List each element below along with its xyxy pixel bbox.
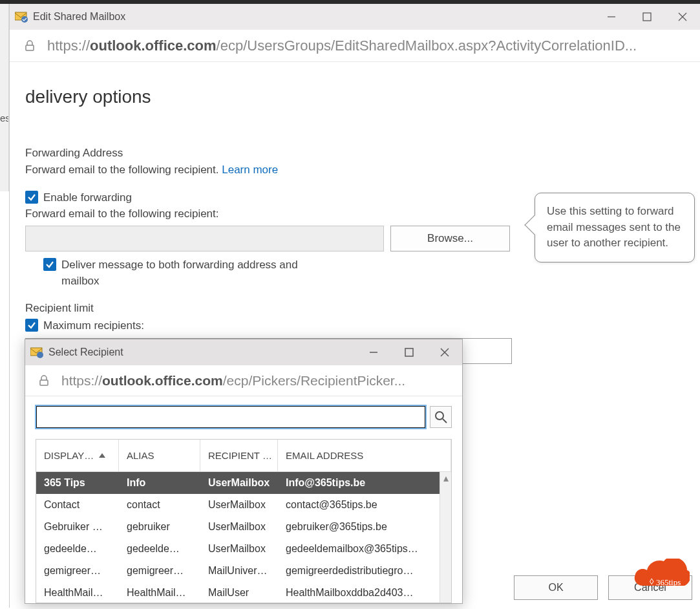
recipient-limit-label: Recipient limit	[25, 300, 687, 317]
table-cell: MailUniver…	[200, 565, 278, 577]
table-cell: gemigreer…	[119, 565, 200, 577]
table-row[interactable]: 365 TipsInfoUserMailboxInfo@365tips.be	[36, 472, 451, 494]
table-cell: MailUser	[200, 587, 278, 599]
picker-title: Select Recipient	[48, 347, 123, 358]
lock-icon	[24, 40, 36, 52]
picker-url-text[interactable]: https://outlook.office.com/ecp/Pickers/R…	[61, 373, 405, 389]
table-cell: gemigreerdedistributiegro…	[278, 565, 451, 577]
picker-titlebar: Select Recipient	[25, 339, 462, 365]
table-cell: HealthMailboxddba2d403…	[278, 587, 451, 599]
svg-text:◊: ◊	[650, 577, 654, 586]
table-cell: gedeelde…	[36, 543, 119, 555]
table-cell: HealthMail…	[36, 587, 119, 599]
window-controls	[593, 4, 700, 30]
picker-url-bar: https://outlook.office.com/ecp/Pickers/R…	[25, 365, 462, 396]
search-button[interactable]	[430, 406, 452, 428]
recipient-picker-dialog: Select Recipient https://outlook.office.…	[25, 339, 463, 604]
forwarding-recipient-input[interactable]	[25, 226, 384, 251]
table-cell: Gebruiker …	[36, 521, 119, 533]
table-cell: gebruiker@365tips.be	[278, 521, 451, 533]
svg-rect-13	[40, 380, 48, 385]
forwarding-address-label: Forwarding Address	[25, 145, 687, 162]
365tips-badge: ◊ 365tips	[631, 559, 690, 595]
minimize-button[interactable]	[593, 4, 629, 30]
picker-search-input[interactable]	[36, 405, 426, 429]
svg-rect-3	[643, 13, 651, 21]
svg-text:365tips: 365tips	[656, 577, 681, 587]
picker-close-button[interactable]	[427, 339, 462, 365]
left-sliver: es	[0, 4, 9, 191]
column-display-name[interactable]: DISPLAY…	[36, 440, 119, 471]
checkbox-checked-icon[interactable]	[43, 258, 56, 271]
table-row[interactable]: ContactcontactUserMailboxcontact@365tips…	[36, 494, 451, 516]
window-title: Edit Shared Mailbox	[33, 11, 125, 23]
table-row[interactable]: gedeelde…gedeelde…UserMailboxgedeeldemai…	[36, 538, 451, 560]
table-row[interactable]: HealthMail…HealthMail…MailUserHealthMail…	[36, 582, 451, 603]
table-header: DISPLAY… ALIAS RECIPIENT … EMAIL ADDRESS	[36, 440, 451, 472]
page-title: delivery options	[25, 87, 687, 107]
forwarding-tooltip: Use this setting to forward email messag…	[535, 193, 695, 262]
table-cell: Info	[119, 477, 200, 489]
picker-minimize-button[interactable]	[355, 339, 391, 365]
browse-button[interactable]: Browse...	[390, 226, 510, 251]
main-titlebar: Edit Shared Mailbox	[10, 4, 700, 30]
column-alias[interactable]: ALIAS	[119, 440, 200, 471]
table-cell: contact@365tips.be	[278, 499, 451, 511]
scrollbar[interactable]: ▴	[440, 472, 451, 603]
table-cell: gedeelde…	[119, 543, 200, 555]
table-cell: UserMailbox	[200, 477, 278, 489]
table-cell: UserMailbox	[200, 521, 278, 533]
close-button[interactable]	[664, 4, 700, 30]
table-cell: Info@365tips.be	[278, 477, 451, 489]
table-cell: Contact	[36, 499, 119, 511]
learn-more-link[interactable]: Learn more	[222, 164, 278, 176]
table-cell: gemigreer…	[36, 565, 119, 577]
table-cell: gedeeldemailbox@365tips…	[278, 543, 451, 555]
table-body: ▴ 365 TipsInfoUserMailboxInfo@365tips.be…	[36, 472, 451, 603]
checkbox-checked-icon[interactable]	[25, 319, 38, 332]
table-cell: UserMailbox	[200, 499, 278, 511]
table-cell: HealthMail…	[119, 587, 200, 599]
max-recipients-label: Maximum recipients:	[43, 317, 144, 334]
app-icon	[15, 11, 28, 23]
svg-point-14	[436, 412, 443, 420]
forwarding-description: Forward email to the following recipient…	[25, 162, 687, 178]
table-cell: 365 Tips	[36, 477, 119, 489]
scroll-up-icon[interactable]: ▴	[440, 472, 451, 484]
column-email[interactable]: EMAIL ADDRESS	[278, 440, 451, 471]
svg-point-8	[37, 352, 43, 358]
url-bar: https://outlook.office.com/ecp/UsersGrou…	[10, 30, 700, 62]
app-icon	[30, 347, 43, 358]
column-recipient-type[interactable]: RECIPIENT …	[200, 440, 278, 471]
table-cell: contact	[119, 499, 200, 511]
max-recipients-row[interactable]: Maximum recipients:	[25, 317, 687, 334]
table-row[interactable]: gemigreer…gemigreer…MailUniver…gemigreer…	[36, 560, 451, 582]
enable-forwarding-label: Enable forwarding	[43, 189, 132, 206]
table-row[interactable]: Gebruiker …gebruikerUserMailboxgebruiker…	[36, 516, 451, 538]
svg-rect-6	[26, 45, 34, 50]
ok-button[interactable]: OK	[514, 575, 598, 600]
deliver-both-label: Deliver message to both forwarding addre…	[61, 257, 320, 290]
maximize-button[interactable]	[629, 4, 664, 30]
url-text[interactable]: https://outlook.office.com/ecp/UsersGrou…	[47, 37, 637, 54]
lock-icon	[38, 375, 50, 387]
table-cell: gebruiker	[119, 521, 200, 533]
svg-rect-10	[405, 348, 413, 356]
content-area: delivery options Forwarding Address Forw…	[10, 62, 700, 377]
picker-maximize-button[interactable]	[391, 339, 427, 365]
sort-asc-icon	[99, 453, 105, 458]
checkbox-checked-icon[interactable]	[25, 191, 38, 204]
svg-line-15	[443, 419, 447, 423]
table-cell: UserMailbox	[200, 543, 278, 555]
svg-point-1	[21, 16, 28, 23]
recipient-table: DISPLAY… ALIAS RECIPIENT … EMAIL ADDRESS…	[36, 439, 452, 603]
